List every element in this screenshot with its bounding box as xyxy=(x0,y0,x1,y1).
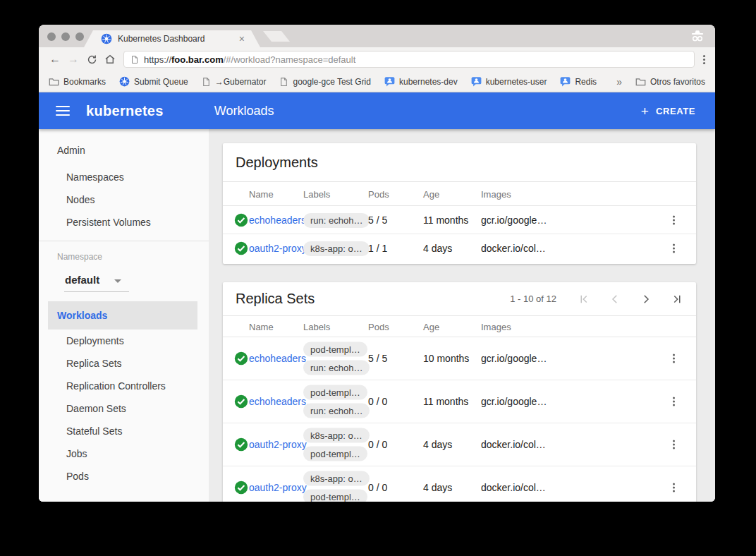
url-host: foo.bar.com xyxy=(171,54,224,65)
page-icon xyxy=(279,77,288,87)
bookmark-google-gce-test-grid[interactable]: google-gce Test Grid xyxy=(279,77,371,87)
table-row: oauth2-proxy… k8s-app: o… pod-templ… 0 /… xyxy=(223,423,696,466)
create-button[interactable]: + CREATE xyxy=(641,104,695,118)
chevron-left-icon xyxy=(609,293,621,306)
images-cell: docker.io/col… xyxy=(481,243,546,254)
replica-sets-table-header: Name Labels Pods Age Images xyxy=(223,316,696,337)
bookmark-label: Bookmarks xyxy=(63,77,106,87)
pods-cell: 5 / 5 xyxy=(368,214,387,226)
bookmark-gubernator[interactable]: →Gubernator xyxy=(202,77,267,87)
images-cell: docker.io/col… xyxy=(481,482,546,493)
namespace-select[interactable]: default xyxy=(65,274,99,286)
bookmark-kubernetes-dev[interactable]: kubernetes-dev xyxy=(384,76,458,87)
other-bookmarks-folder[interactable]: Otros favoritos xyxy=(635,76,705,87)
status-ok-icon xyxy=(234,241,248,255)
browser-menu-button[interactable] xyxy=(700,52,708,67)
sidebar-item-persistent-volumes[interactable]: Persistent Volumes xyxy=(66,217,151,228)
first-page-button[interactable] xyxy=(578,293,590,306)
reload-icon xyxy=(87,54,97,65)
tab-title: Kubernetes Dashboard xyxy=(118,34,233,44)
pods-cell: 0 / 0 xyxy=(368,439,387,450)
row-menu-button[interactable] xyxy=(670,481,678,495)
replica-sets-card-header: Replica Sets 1 - 10 of 12 xyxy=(223,282,696,316)
last-page-button[interactable] xyxy=(671,293,683,306)
label-chip: k8s-app: o… xyxy=(303,471,370,486)
bookmark-label: Submit Queue xyxy=(134,77,188,87)
pods-cell: 1 / 1 xyxy=(368,243,387,254)
row-menu-button[interactable] xyxy=(670,351,678,366)
sidebar-item-pods[interactable]: Pods xyxy=(66,471,89,482)
bookmark-label: kubernetes-dev xyxy=(399,77,458,87)
resource-link[interactable]: echoheaders xyxy=(249,214,306,226)
page-title: Workloads xyxy=(214,104,274,119)
home-icon xyxy=(104,54,116,65)
sidebar-item-daemon-sets[interactable]: Daemon Sets xyxy=(66,403,126,414)
table-row: oauth2-proxy k8s-app: o… 1 / 1 4 days do… xyxy=(223,234,696,262)
status-ok-icon xyxy=(234,351,248,365)
minimize-window-button[interactable] xyxy=(61,32,70,41)
browser-tab[interactable]: Kubernetes Dashboard × xyxy=(84,30,260,47)
bookmark-label: Otros favoritos xyxy=(650,77,705,87)
new-tab-button[interactable] xyxy=(263,31,290,42)
age-cell: 4 days xyxy=(423,243,452,254)
resource-link[interactable]: oauth2-proxy xyxy=(249,243,307,254)
column-header-name: Name xyxy=(249,321,274,332)
column-header-images: Images xyxy=(481,321,511,332)
last-page-icon xyxy=(671,293,683,306)
label-chip: k8s-app: o… xyxy=(303,428,370,443)
close-window-button[interactable] xyxy=(47,32,56,41)
sidebar-item-deployments[interactable]: Deployments xyxy=(66,335,124,346)
home-button[interactable] xyxy=(101,54,119,66)
chevron-down-icon[interactable] xyxy=(114,279,121,283)
browser-window: Kubernetes Dashboard × ← → xyxy=(39,25,715,502)
row-menu-button[interactable] xyxy=(670,241,678,256)
row-menu-button[interactable] xyxy=(670,212,678,227)
tab-close-icon[interactable]: × xyxy=(239,34,245,44)
bookmark-redis[interactable]: Redis xyxy=(560,76,597,87)
bookmark-label: google-gce Test Grid xyxy=(293,77,371,87)
sidebar-item-nodes[interactable]: Nodes xyxy=(66,194,94,205)
label-chip: pod-templ… xyxy=(303,385,367,400)
hamburger-menu-icon[interactable] xyxy=(56,106,70,116)
pagination-range: 1 - 10 of 12 xyxy=(510,294,556,304)
back-button[interactable]: ← xyxy=(46,54,64,65)
sidebar-item-admin[interactable]: Admin xyxy=(57,145,85,156)
images-cell: gcr.io/google… xyxy=(481,214,547,226)
sidebar-item-replication-controllers[interactable]: Replication Controllers xyxy=(66,380,166,392)
column-header-age: Age xyxy=(423,321,439,332)
incognito-icon xyxy=(690,29,705,43)
label-chip: k8s-app: o… xyxy=(303,241,370,256)
bookmark-kubernetes-user[interactable]: kubernetes-user xyxy=(471,76,547,87)
next-page-button[interactable] xyxy=(640,293,652,306)
column-header-age: Age xyxy=(423,188,439,199)
row-menu-button[interactable] xyxy=(670,437,678,452)
sidebar-item-jobs[interactable]: Jobs xyxy=(66,448,87,459)
deployments-table-header: Name Labels Pods Age Images xyxy=(223,182,696,206)
status-ok-icon xyxy=(234,394,248,409)
kubernetes-icon xyxy=(119,76,130,87)
pagination: 1 - 10 of 12 xyxy=(510,293,683,306)
bookmark-bookmarks[interactable]: Bookmarks xyxy=(49,76,106,87)
reload-button[interactable] xyxy=(83,54,101,65)
bookmark-submit-queue[interactable]: Submit Queue xyxy=(119,76,188,87)
url-path: /#/workload?namespace=default xyxy=(224,54,356,65)
bookmarks-overflow-chevron[interactable]: » xyxy=(616,76,622,87)
row-menu-button[interactable] xyxy=(670,394,678,409)
sidebar-item-namespaces[interactable]: Namespaces xyxy=(66,171,124,183)
sidebar-item-workloads[interactable]: Workloads xyxy=(48,301,197,330)
zoom-window-button[interactable] xyxy=(75,32,84,41)
previous-page-button[interactable] xyxy=(609,293,621,306)
bookmark-label: Redis xyxy=(575,77,597,87)
images-cell: gcr.io/google… xyxy=(481,353,547,364)
address-bar[interactable]: https://foo.bar.com/#/workload?namespace… xyxy=(123,51,695,68)
sidebar-item-stateful-sets[interactable]: Stateful Sets xyxy=(66,425,122,437)
sidebar-item-replica-sets[interactable]: Replica Sets xyxy=(66,358,122,369)
content-area: Deployments Name Labels Pods Age Images … xyxy=(209,129,715,502)
column-header-pods: Pods xyxy=(368,321,389,332)
age-cell: 4 days xyxy=(423,439,452,450)
forward-button[interactable]: → xyxy=(64,54,83,65)
label-chip: run: echoh… xyxy=(303,213,370,228)
groups-icon xyxy=(471,76,482,87)
sidebar: Admin Namespaces Nodes Persistent Volume… xyxy=(39,129,209,502)
browser-toolbar: ← → https://foo.bar.com/#/workload?names… xyxy=(39,47,715,71)
